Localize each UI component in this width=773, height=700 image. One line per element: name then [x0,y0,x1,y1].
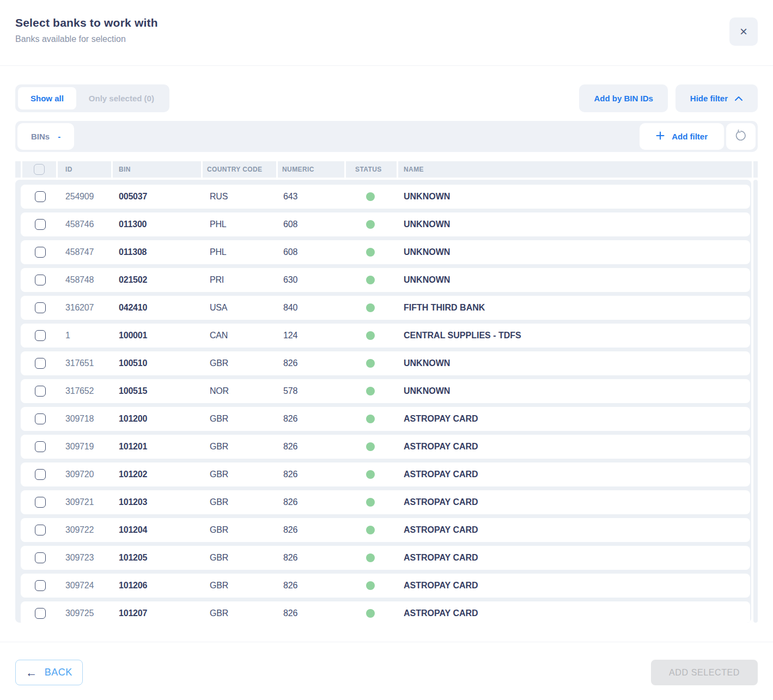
tab-show-all[interactable]: Show all [18,87,76,109]
cell-numeric: 826 [275,581,342,591]
header-gutter [15,161,21,178]
status-active-dot-icon [366,359,375,368]
cell-status [342,442,392,451]
cell-status [342,359,392,368]
close-button[interactable]: × [729,17,758,46]
table-row: 254909 005037 RUS 643 UNKNOWN [21,185,750,209]
row-checkbox[interactable] [35,580,46,591]
row-checkbox[interactable] [35,191,46,202]
cell-status [342,192,392,201]
cell-id: 317652 [60,386,113,396]
row-checkbox[interactable] [35,552,46,563]
row-checkbox[interactable] [35,441,46,452]
cell-numeric: 608 [275,220,342,229]
cell-country-code: GBR [202,553,275,563]
row-checkbox[interactable] [35,219,46,230]
cell-bin: 100510 [113,358,202,368]
cell-bin: 101203 [113,497,202,507]
cell-name: UNKNOWN [392,275,750,285]
modal-footer: ← BACK ADD SELECTED [0,642,773,685]
tab-show-all-label: Show all [31,94,64,103]
add-by-bin-ids-button[interactable]: Add by BIN IDs [579,84,667,112]
cell-status [342,387,392,395]
arrow-left-icon: ← [26,667,38,678]
cell-bin: 101207 [113,608,202,618]
status-active-dot-icon [366,220,375,229]
status-active-dot-icon [366,192,375,201]
cell-numeric: 840 [275,303,342,313]
row-checkbox[interactable] [35,247,46,258]
page-title: Select banks to work with [15,16,758,29]
cell-status [342,498,392,507]
row-checkbox[interactable] [35,275,46,285]
table-row: 1 100001 CAN 124 CENTRAL SUPPLIES - TDFS [21,324,750,348]
cell-bin: 005037 [113,192,202,202]
back-button[interactable]: ← BACK [15,660,83,685]
reset-filters-button[interactable] [726,123,756,150]
status-active-dot-icon [366,415,375,423]
cell-status [342,276,392,284]
controls-row: Show all Only selected (0) Add by BIN ID… [15,84,758,112]
row-checkbox[interactable] [35,302,46,313]
row-checkbox[interactable] [35,386,46,397]
cell-status [342,331,392,340]
status-active-dot-icon [366,248,375,257]
add-by-bin-ids-label: Add by BIN IDs [594,94,653,103]
row-checkbox[interactable] [35,497,46,508]
row-checkbox[interactable] [35,330,46,341]
add-filter-label: Add filter [672,132,708,141]
cell-id: 1 [60,331,113,340]
status-active-dot-icon [366,581,375,590]
table-row: 458746 011300 PHL 608 UNKNOWN [21,212,750,236]
status-active-dot-icon [366,526,375,534]
cell-name: UNKNOWN [392,358,750,368]
row-checkbox[interactable] [35,413,46,424]
cell-id: 309724 [60,581,113,591]
cell-numeric: 643 [275,192,342,202]
status-active-dot-icon [366,303,375,312]
cell-bin: 101206 [113,581,202,591]
cell-id: 309722 [60,525,113,535]
cell-name: CENTRAL SUPPLIES - TDFS [392,331,750,340]
status-active-dot-icon [366,553,375,562]
select-all-checkbox[interactable] [34,164,45,175]
cell-name: ASTROPAY CARD [392,414,750,424]
status-active-dot-icon [366,331,375,340]
add-filter-button[interactable]: Add filter [640,123,724,150]
row-checkbox[interactable] [35,358,46,369]
column-header-id: ID [58,161,111,178]
table-row: 309721 101203 GBR 826 ASTROPAY CARD [21,490,750,514]
chevron-up-icon [734,94,743,103]
page-subtitle: Banks available for selection [15,34,758,44]
bins-filter-label: BINs [31,132,50,141]
cell-numeric: 826 [275,470,342,479]
cell-name: ASTROPAY CARD [392,497,750,507]
vertical-scrollbar[interactable] [753,180,758,623]
bins-filter-chip[interactable]: BINs - [17,123,74,150]
cell-numeric: 826 [275,525,342,535]
tab-only-selected-label: Only selected (0) [89,94,154,103]
hide-filter-button[interactable]: Hide filter [675,84,758,112]
cell-country-code: GBR [202,442,275,452]
cell-country-code: PHL [202,247,275,257]
cell-bin: 101205 [113,553,202,563]
cell-id: 309721 [60,497,113,507]
table-row: 309718 101200 GBR 826 ASTROPAY CARD [21,407,750,431]
add-selected-button[interactable]: ADD SELECTED [651,660,758,685]
cell-country-code: GBR [202,414,275,424]
close-icon: × [740,25,747,38]
cell-id: 309719 [60,442,113,452]
cell-numeric: 124 [275,331,342,340]
row-checkbox[interactable] [35,525,46,535]
cell-bin: 100515 [113,386,202,396]
cell-country-code: GBR [202,470,275,479]
row-checkbox[interactable] [35,469,46,480]
row-checkbox[interactable] [35,608,46,619]
cell-id: 316207 [60,303,113,313]
cell-numeric: 826 [275,358,342,368]
tab-only-selected[interactable]: Only selected (0) [76,87,167,109]
table-row: 309724 101206 GBR 826 ASTROPAY CARD [21,574,750,598]
cell-country-code: CAN [202,331,275,340]
cell-name: UNKNOWN [392,247,750,257]
cell-name: UNKNOWN [392,386,750,396]
